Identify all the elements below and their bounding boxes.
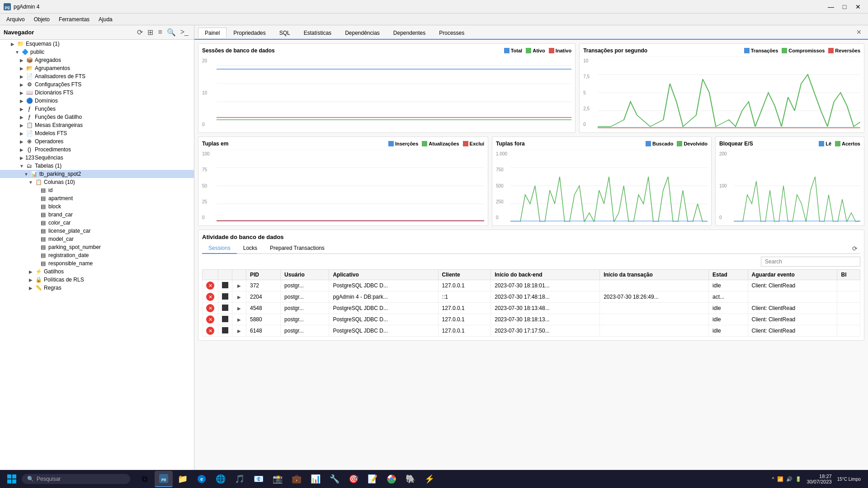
menu-arquivo[interactable]: Arquivo — [2, 15, 29, 23]
taskbar-app4[interactable]: 📸 — [269, 471, 287, 487]
row-stop-btn[interactable] — [218, 325, 232, 337]
tree-item[interactable]: ▤ model_car — [0, 235, 194, 243]
kill-button[interactable]: ✕ — [206, 327, 214, 335]
tree-item[interactable]: ▤ responsible_name — [0, 259, 194, 267]
tree-item[interactable]: ▶ 🔒 Políticas de RLS — [0, 276, 194, 284]
sidebar-list-icon[interactable]: ≡ — [156, 27, 164, 38]
stop-button[interactable] — [222, 293, 228, 300]
taskbar-task-view[interactable]: ⧉ — [136, 471, 154, 487]
tree-expander[interactable]: ▶ — [18, 115, 25, 120]
tree-item[interactable]: ▤ color_car — [0, 219, 194, 227]
tree-expander[interactable]: ▶ — [18, 155, 25, 160]
tree-expander[interactable]: ▶ — [18, 99, 25, 103]
row-stop-btn[interactable] — [218, 291, 232, 303]
taskbar-app3[interactable]: 📧 — [250, 471, 268, 487]
tab-painel[interactable]: Painel — [198, 28, 226, 38]
tree-expander[interactable]: ▶ — [18, 66, 25, 71]
sidebar-grid-icon[interactable]: ⊞ — [146, 27, 155, 38]
tree-item[interactable]: ▶ 📂 Agrupamentos — [0, 64, 194, 72]
tree-item[interactable]: ▤ brand_car — [0, 211, 194, 219]
taskbar-app6[interactable]: 📊 — [307, 471, 325, 487]
tree-item[interactable]: ▶ () Procedimentos — [0, 145, 194, 154]
tree-item[interactable]: ▶ 📋 Mesas Estrangeiras — [0, 121, 194, 129]
taskbar-pgadmin-app[interactable]: pg — [155, 471, 173, 487]
row-kill-btn[interactable]: ✕ — [203, 314, 218, 325]
tab-processes[interactable]: Processes — [432, 28, 471, 38]
row-stop-btn[interactable] — [218, 280, 232, 291]
tree-item[interactable]: ▼ 📊 tb_parking_spot2 — [0, 170, 194, 178]
row-stop-btn[interactable] — [218, 314, 232, 325]
close-button[interactable]: ✕ — [852, 2, 864, 11]
tree-expander[interactable]: ▶ — [18, 107, 25, 112]
tray-chevron[interactable]: ^ — [772, 476, 774, 482]
tree-item[interactable]: ▶ 📏 Regras — [0, 284, 194, 292]
activity-tab-prepared[interactable]: Prepared Transactions — [264, 243, 331, 254]
taskbar-app10[interactable]: 🐘 — [401, 471, 420, 487]
tab-sql[interactable]: SQL — [273, 28, 297, 38]
tree-item[interactable]: ▶ ⊕ Operadores — [0, 137, 194, 145]
expand-button[interactable]: ▶ — [236, 282, 242, 289]
row-kill-btn[interactable]: ✕ — [203, 291, 218, 303]
taskbar-app1[interactable]: 🌐 — [212, 471, 230, 487]
tree-item[interactable]: ▶ 123 Sequências — [0, 154, 194, 162]
tray-network[interactable]: 📶 — [777, 476, 783, 482]
tab-dependencias[interactable]: Dependências — [338, 28, 387, 38]
tree-item[interactable]: ▼ 🗂 Tabelas (1) — [0, 162, 194, 170]
menu-ferramentas[interactable]: Ferramentas — [54, 15, 94, 23]
start-button[interactable] — [4, 471, 20, 487]
tree-item[interactable]: ▤ block — [0, 202, 194, 211]
row-kill-btn[interactable]: ✕ — [203, 303, 218, 314]
stop-button[interactable] — [222, 305, 228, 311]
tree-expander[interactable]: ▶ — [18, 147, 25, 152]
stop-button[interactable] — [222, 327, 228, 333]
sidebar-terminal-icon[interactable]: >_ — [179, 27, 190, 38]
tree-expander[interactable]: ▶ — [18, 123, 25, 128]
tree-item[interactable]: ▶ ⚙ Configurações FTS — [0, 80, 194, 89]
tree-item[interactable]: ▼ 📋 Colunas (10) — [0, 178, 194, 186]
taskbar-app7[interactable]: 🔧 — [326, 471, 344, 487]
activity-tab-locks[interactable]: Locks — [237, 243, 264, 254]
tree-item[interactable]: ▤ registration_date — [0, 251, 194, 259]
activity-tab-sessions[interactable]: Sessions — [202, 243, 237, 254]
tree-item[interactable]: ▶ 📦 Agregados — [0, 56, 194, 64]
search-input[interactable] — [761, 257, 860, 267]
tree-item[interactable]: ▼ 🔷 public — [0, 48, 194, 56]
expand-button[interactable]: ▶ — [236, 328, 242, 334]
tree-expander[interactable]: ▶ — [18, 90, 25, 95]
kill-button[interactable]: ✕ — [206, 304, 214, 312]
menu-objeto[interactable]: Objeto — [29, 15, 54, 23]
row-expand-btn[interactable]: ▶ — [232, 303, 246, 314]
row-stop-btn[interactable] — [218, 303, 232, 314]
taskbar-app8[interactable]: 🎯 — [344, 471, 363, 487]
kill-button[interactable]: ✕ — [206, 282, 214, 290]
menu-ajuda[interactable]: Ajuda — [94, 15, 117, 23]
row-expand-btn[interactable]: ▶ — [232, 280, 246, 291]
taskbar-app5[interactable]: 💼 — [288, 471, 306, 487]
tree-expander[interactable]: ▶ — [9, 42, 16, 47]
tree-expander[interactable]: ▶ — [27, 277, 34, 282]
tree-expander[interactable]: ▼ — [14, 50, 21, 55]
tree-expander[interactable]: ▼ — [18, 164, 25, 169]
tree-item[interactable]: ▶ ƒ Funções de Gatilho — [0, 113, 194, 121]
stop-button[interactable] — [222, 282, 228, 288]
tab-estatisticas[interactable]: Estatísticas — [297, 28, 338, 38]
taskbar-explorer[interactable]: 📁 — [174, 471, 192, 487]
tree-item[interactable]: ▤ apartment — [0, 194, 194, 202]
tree-item[interactable]: ▤ id — [0, 186, 194, 194]
expand-button[interactable]: ▶ — [236, 294, 242, 300]
tab-propriedades[interactable]: Propriedades — [226, 28, 272, 38]
tree-item[interactable]: ▶ 🔵 Domínios — [0, 97, 194, 105]
taskbar-search[interactable]: 🔍 Pesquisar — [22, 474, 130, 484]
minimize-button[interactable]: — — [825, 2, 837, 11]
tree-expander[interactable]: ▶ — [18, 82, 25, 87]
tree-expander[interactable]: ▶ — [18, 131, 25, 136]
tray-battery[interactable]: 🔋 — [795, 476, 802, 482]
tree-item[interactable]: ▶ 📁 Esquemas (1) — [0, 40, 194, 48]
kill-button[interactable]: ✕ — [206, 293, 214, 301]
taskbar-chrome[interactable] — [382, 471, 401, 487]
tree-expander[interactable]: ▼ — [27, 180, 34, 185]
kill-button[interactable]: ✕ — [206, 315, 214, 324]
row-expand-btn[interactable]: ▶ — [232, 291, 246, 303]
activity-refresh-button[interactable]: ⟳ — [849, 244, 860, 253]
tree-item[interactable]: ▶ ƒ Funções — [0, 105, 194, 113]
